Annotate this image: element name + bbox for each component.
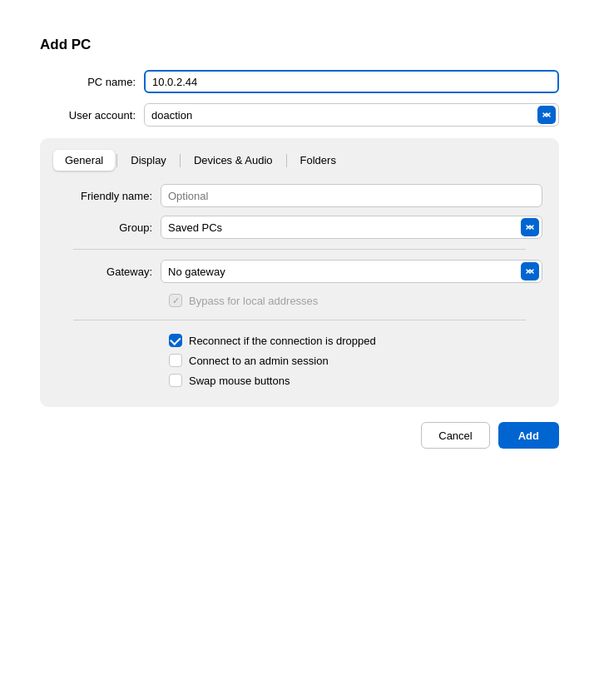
friendly-name-row: Friendly name: <box>57 184 542 207</box>
pc-name-label: PC name: <box>40 76 136 88</box>
user-account-label: User account: <box>40 109 136 122</box>
swap-mouse-row: Swap mouse buttons <box>169 370 542 390</box>
tab-divider-2 <box>180 154 181 167</box>
tabs-panel: General Display Devices & Audio Folders … <box>40 138 559 407</box>
user-account-row: User account: doaction Ask when required… <box>40 103 559 127</box>
bypass-label: Bypass for local addresses <box>189 295 318 307</box>
cancel-button[interactable]: Cancel <box>421 422 489 449</box>
reconnect-label: Reconnect if the connection is dropped <box>189 335 376 347</box>
tab-divider-1 <box>116 154 117 167</box>
group-select[interactable]: Saved PCs None <box>161 216 542 239</box>
divider-2 <box>73 320 526 320</box>
tab-display[interactable]: Display <box>119 150 178 171</box>
admin-session-label: Connect to an admin session <box>189 355 329 367</box>
gateway-select-wrapper: No gateway <box>161 260 542 283</box>
dialog-title: Add PC <box>40 37 559 53</box>
bypass-row: Bypass for local addresses <box>169 291 542 310</box>
reconnect-row: Reconnect if the connection is dropped <box>169 330 542 350</box>
user-account-select-wrapper: doaction Ask when required Add User Acco… <box>144 103 559 127</box>
user-account-select[interactable]: doaction Ask when required Add User Acco… <box>144 103 559 127</box>
admin-session-checkbox[interactable] <box>169 354 182 367</box>
swap-mouse-checkbox[interactable] <box>169 374 182 387</box>
gateway-label: Gateway: <box>57 266 152 278</box>
admin-session-row: Connect to an admin session <box>169 350 542 370</box>
group-label: Group: <box>57 221 152 234</box>
group-select-wrapper: Saved PCs None <box>161 216 542 239</box>
swap-mouse-label: Swap mouse buttons <box>189 375 290 387</box>
tab-general[interactable]: General <box>53 150 115 171</box>
tab-devices-audio[interactable]: Devices & Audio <box>182 150 285 171</box>
general-tab-content: Friendly name: Group: Saved PCs None <box>40 184 559 390</box>
tabs-row: General Display Devices & Audio Folders <box>40 150 559 171</box>
tab-divider-3 <box>286 154 287 167</box>
divider-1 <box>73 249 526 250</box>
add-button[interactable]: Add <box>498 422 559 449</box>
reconnect-checkbox[interactable] <box>169 334 182 347</box>
tab-folders[interactable]: Folders <box>289 150 348 171</box>
bypass-checkbox <box>169 294 182 307</box>
gateway-row: Gateway: No gateway <box>57 260 542 283</box>
gateway-select[interactable]: No gateway <box>161 260 542 283</box>
add-pc-dialog: Add PC PC name: User account: doaction A… <box>17 17 582 465</box>
group-row: Group: Saved PCs None <box>57 216 542 239</box>
friendly-name-input[interactable] <box>161 184 542 207</box>
button-row: Cancel Add <box>40 422 559 449</box>
pc-name-row: PC name: <box>40 70 559 93</box>
pc-name-input[interactable] <box>144 70 559 93</box>
friendly-name-label: Friendly name: <box>57 190 152 202</box>
